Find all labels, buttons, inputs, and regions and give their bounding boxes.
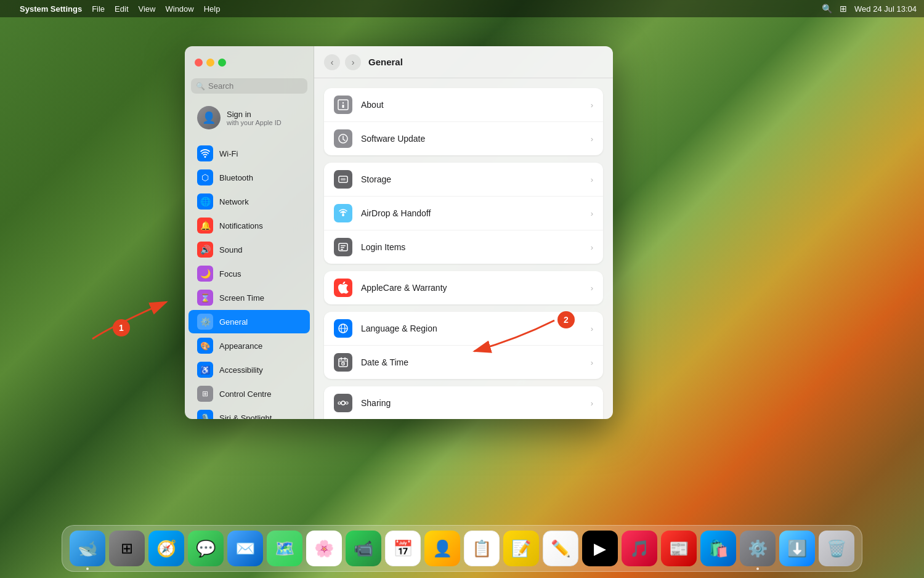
sidebar-item-appearance[interactable]: 🎨 Appearance bbox=[188, 334, 310, 357]
bluetooth-icon: ⬡ bbox=[197, 169, 213, 185]
svg-line-20 bbox=[343, 364, 344, 364]
sidebar-item-network-label: Network bbox=[219, 197, 249, 206]
dock-launchpad[interactable]: ⊞ bbox=[109, 531, 145, 566]
menubar-window[interactable]: Window bbox=[165, 4, 193, 14]
signin-title: Sign in bbox=[227, 110, 282, 119]
dock-mail[interactable]: ✉️ bbox=[227, 531, 263, 566]
settings-row-about[interactable]: About › bbox=[324, 88, 603, 122]
settings-group-3: AppleCare & Warranty › bbox=[324, 271, 603, 304]
screentime-icon: ⌛ bbox=[197, 290, 213, 306]
sharing-icon bbox=[334, 394, 352, 412]
dock-finder[interactable]: 🐋 bbox=[70, 531, 105, 566]
sidebar-item-siri[interactable]: 🎙️ Siri & Spotlight bbox=[188, 406, 310, 419]
settings-group-5: Sharing › Time Machine › bbox=[324, 386, 603, 419]
sidebar-item-controlcentre-label: Control Centre bbox=[219, 389, 272, 399]
sidebar: 🔍 👤 Sign in with your Apple ID Wi-Fi bbox=[185, 46, 314, 419]
sidebar-item-notifications[interactable]: 🔔 Notifications bbox=[188, 214, 310, 237]
menubar-search-icon[interactable]: 🔍 bbox=[822, 4, 832, 14]
wifi-icon bbox=[197, 145, 213, 161]
settings-group-4: Language & Region › bbox=[324, 312, 603, 379]
focus-icon: 🌙 bbox=[197, 266, 213, 282]
sidebar-item-siri-label: Siri & Spotlight bbox=[219, 413, 272, 420]
dock-calendar[interactable]: 📅 bbox=[385, 531, 421, 566]
dock-photos[interactable]: 🌸 bbox=[306, 531, 342, 566]
menubar-view[interactable]: View bbox=[139, 4, 156, 14]
dock-notes[interactable]: 📝 bbox=[503, 531, 539, 566]
sidebar-item-focus-label: Focus bbox=[219, 269, 241, 279]
airdrop-icon bbox=[334, 204, 352, 222]
applecare-icon bbox=[334, 279, 352, 297]
notifications-icon: 🔔 bbox=[197, 218, 213, 234]
software-update-label: Software Update bbox=[361, 134, 582, 144]
dock-maps[interactable]: 🗺️ bbox=[267, 531, 302, 566]
sidebar-item-screentime[interactable]: ⌛ Screen Time bbox=[188, 286, 310, 309]
software-update-icon bbox=[334, 129, 352, 148]
minimize-button[interactable] bbox=[206, 59, 214, 67]
datetime-label: Date & Time bbox=[361, 357, 582, 367]
dock-reminders[interactable]: 📋 bbox=[464, 531, 500, 566]
menubar-app-name[interactable]: System Settings bbox=[20, 4, 82, 14]
dock-appstore[interactable]: 🛍️ bbox=[700, 531, 736, 566]
back-button[interactable]: ‹ bbox=[324, 54, 340, 70]
sidebar-item-bluetooth-label: Bluetooth bbox=[219, 173, 253, 182]
sidebar-item-focus[interactable]: 🌙 Focus bbox=[188, 262, 310, 285]
svg-rect-9 bbox=[341, 247, 344, 248]
search-input[interactable] bbox=[208, 81, 302, 91]
maximize-button[interactable] bbox=[218, 59, 226, 67]
system-settings-window: 🔍 👤 Sign in with your Apple ID Wi-Fi bbox=[185, 46, 613, 419]
settings-list: About › Software Update › bbox=[314, 78, 613, 419]
dock: 🐋 ⊞ 🧭 💬 ✉️ 🗺️ 🌸 📹 📅 👤 📋 📝 ✏️ bbox=[62, 525, 862, 572]
dock-systemsettings-dot bbox=[756, 568, 759, 570]
sidebar-item-network[interactable]: 🌐 Network bbox=[188, 190, 310, 213]
settings-row-airdrop[interactable]: AirDrop & Handoff › bbox=[324, 197, 603, 230]
dock-facetime[interactable]: 📹 bbox=[346, 531, 381, 566]
settings-row-datetime[interactable]: Date & Time › bbox=[324, 346, 603, 379]
settings-row-language[interactable]: Language & Region › bbox=[324, 312, 603, 346]
settings-row-login-items[interactable]: Login Items › bbox=[324, 230, 603, 264]
menubar-help[interactable]: Help bbox=[204, 4, 221, 14]
main-titlebar: ‹ › General bbox=[314, 46, 613, 78]
svg-rect-8 bbox=[341, 245, 346, 246]
dock-news[interactable]: 📰 bbox=[661, 531, 697, 566]
dock-downloads[interactable]: ⬇️ bbox=[779, 531, 815, 566]
sidebar-item-bluetooth[interactable]: ⬡ Bluetooth bbox=[188, 166, 310, 189]
signin-item[interactable]: 👤 Sign in with your Apple ID bbox=[188, 101, 310, 134]
sidebar-item-appearance-label: Appearance bbox=[219, 341, 262, 351]
settings-row-applecare[interactable]: AppleCare & Warranty › bbox=[324, 271, 603, 304]
close-button[interactable] bbox=[195, 59, 203, 67]
accessibility-icon: ♿ bbox=[197, 362, 213, 378]
dock-music[interactable]: 🎵 bbox=[622, 531, 657, 566]
forward-button[interactable]: › bbox=[345, 54, 361, 70]
traffic-lights bbox=[195, 59, 226, 67]
settings-row-sharing[interactable]: Sharing › bbox=[324, 386, 603, 419]
storage-chevron: › bbox=[591, 175, 593, 184]
search-box[interactable]: 🔍 bbox=[191, 78, 307, 94]
sidebar-item-accessibility[interactable]: ♿ Accessibility bbox=[188, 358, 310, 381]
language-label: Language & Region bbox=[361, 324, 582, 333]
menubar-controlcenter-icon[interactable]: ⊞ bbox=[840, 4, 847, 14]
menubar-edit[interactable]: Edit bbox=[115, 4, 128, 14]
sidebar-item-accessibility-label: Accessibility bbox=[219, 365, 263, 375]
dock-freeform[interactable]: ✏️ bbox=[543, 531, 578, 566]
settings-row-storage[interactable]: Storage › bbox=[324, 163, 603, 197]
dock-safari[interactable]: 🧭 bbox=[148, 531, 184, 566]
dock-contacts[interactable]: 👤 bbox=[424, 531, 460, 566]
sidebar-item-general[interactable]: ⚙️ General bbox=[188, 310, 310, 333]
applecare-chevron: › bbox=[591, 283, 593, 293]
dock-trash[interactable]: 🗑️ bbox=[819, 531, 854, 566]
language-icon bbox=[334, 319, 352, 338]
settings-row-software-update[interactable]: Software Update › bbox=[324, 122, 603, 155]
sidebar-item-controlcentre[interactable]: ⊞ Control Centre bbox=[188, 382, 310, 405]
dock-systemsettings[interactable]: ⚙️ bbox=[740, 531, 776, 566]
sidebar-item-wifi[interactable]: Wi-Fi bbox=[188, 142, 310, 165]
menubar-file[interactable]: File bbox=[92, 4, 105, 14]
main-content: ‹ › General About › bbox=[314, 46, 613, 419]
general-icon: ⚙️ bbox=[197, 314, 213, 330]
dock-messages[interactable]: 💬 bbox=[188, 531, 224, 566]
svg-rect-10 bbox=[341, 249, 343, 250]
sidebar-item-sound[interactable]: 🔊 Sound bbox=[188, 238, 310, 261]
signin-avatar: 👤 bbox=[197, 106, 221, 129]
svg-point-23 bbox=[346, 402, 348, 404]
sharing-chevron: › bbox=[591, 399, 593, 408]
dock-appletv[interactable]: ▶ bbox=[582, 531, 618, 566]
